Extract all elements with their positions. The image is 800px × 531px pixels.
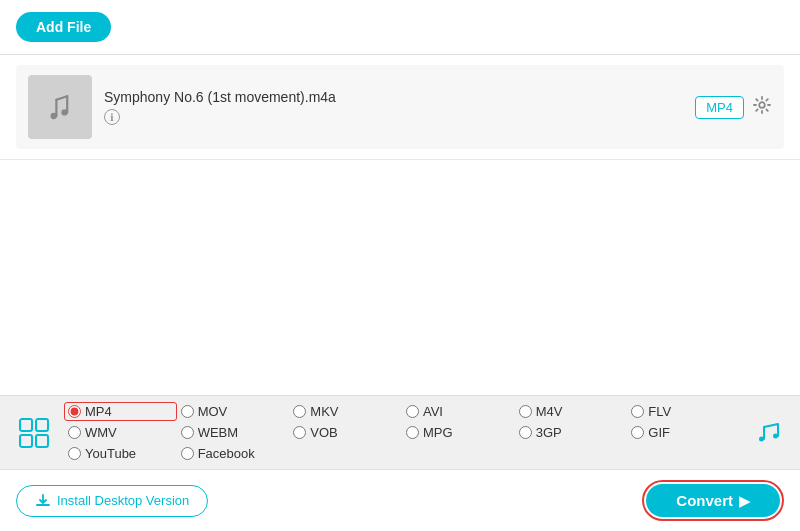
format-radio-wmv[interactable] — [68, 426, 81, 439]
install-desktop-button[interactable]: Install Desktop Version — [16, 485, 208, 517]
format-label-flv: FLV — [648, 404, 671, 419]
file-info: Symphony No.6 (1st movement).m4a ℹ — [104, 89, 683, 125]
format-grid-icon — [8, 409, 60, 457]
top-bar: Add File — [0, 0, 800, 55]
svg-rect-3 — [20, 419, 32, 431]
format-option-3gp[interactable]: 3GP — [515, 423, 628, 442]
format-option-mkv[interactable]: MKV — [289, 402, 402, 421]
format-badge[interactable]: MP4 — [695, 96, 744, 119]
format-radio-facebook[interactable] — [181, 447, 194, 460]
grid-icon — [18, 417, 50, 449]
format-label-wmv: WMV — [85, 425, 117, 440]
file-list: Symphony No.6 (1st movement).m4a ℹ MP4 — [0, 55, 800, 160]
format-radio-webm[interactable] — [181, 426, 194, 439]
format-label-mov: MOV — [198, 404, 228, 419]
format-label-gif: GIF — [648, 425, 670, 440]
format-option-avi[interactable]: AVI — [402, 402, 515, 421]
format-bar: MP4 MOV MKV AVI M4V FLV — [0, 395, 800, 469]
svg-rect-4 — [36, 419, 48, 431]
svg-point-7 — [759, 436, 764, 441]
file-item: Symphony No.6 (1st movement).m4a ℹ MP4 — [16, 65, 784, 149]
svg-point-8 — [773, 433, 778, 438]
file-name: Symphony No.6 (1st movement).m4a — [104, 89, 683, 105]
install-label: Install Desktop Version — [57, 493, 189, 508]
format-option-youtube[interactable]: YouTube — [64, 444, 177, 463]
format-label-webm: WEBM — [198, 425, 238, 440]
format-option-m4v[interactable]: M4V — [515, 402, 628, 421]
format-label-3gp: 3GP — [536, 425, 562, 440]
format-radio-youtube[interactable] — [68, 447, 81, 460]
format-radio-mp4[interactable] — [68, 405, 81, 418]
convert-button[interactable]: Convert ▶ — [646, 484, 780, 517]
format-radio-vob[interactable] — [293, 426, 306, 439]
gear-icon — [752, 95, 772, 115]
format-label-mp4: MP4 — [85, 404, 112, 419]
file-actions: MP4 — [695, 95, 772, 120]
format-option-gif[interactable]: GIF — [627, 423, 740, 442]
format-radio-gif[interactable] — [631, 426, 644, 439]
format-radio-mpg[interactable] — [406, 426, 419, 439]
add-file-button[interactable]: Add File — [16, 12, 111, 42]
format-radio-mkv[interactable] — [293, 405, 306, 418]
convert-arrow-icon: ▶ — [739, 493, 750, 509]
format-label-m4v: M4V — [536, 404, 563, 419]
format-option-webm[interactable]: WEBM — [177, 423, 290, 442]
format-option-facebook[interactable]: Facebook — [177, 444, 290, 463]
format-radio-avi[interactable] — [406, 405, 419, 418]
format-label-mkv: MKV — [310, 404, 338, 419]
convert-label: Convert — [676, 492, 733, 509]
file-thumbnail — [28, 75, 92, 139]
format-option-mp4[interactable]: MP4 — [64, 402, 177, 421]
format-option-flv[interactable]: FLV — [627, 402, 740, 421]
footer-bar: Install Desktop Version Convert ▶ — [0, 469, 800, 531]
format-label-youtube: YouTube — [85, 446, 136, 461]
svg-rect-6 — [36, 435, 48, 447]
main-content: Symphony No.6 (1st movement).m4a ℹ MP4 — [0, 55, 800, 469]
svg-rect-5 — [20, 435, 32, 447]
format-radio-mov[interactable] — [181, 405, 194, 418]
format-label-facebook: Facebook — [198, 446, 255, 461]
music-note-icon — [42, 89, 78, 125]
format-radio-3gp[interactable] — [519, 426, 532, 439]
format-option-mov[interactable]: MOV — [177, 402, 290, 421]
download-icon — [35, 493, 51, 509]
svg-point-2 — [759, 102, 765, 108]
empty-area — [0, 160, 800, 395]
format-label-avi: AVI — [423, 404, 443, 419]
format-option-vob[interactable]: VOB — [289, 423, 402, 442]
info-icon[interactable]: ℹ — [104, 109, 120, 125]
format-label-vob: VOB — [310, 425, 337, 440]
svg-point-0 — [51, 113, 57, 119]
format-option-mpg[interactable]: MPG — [402, 423, 515, 442]
format-option-wmv[interactable]: WMV — [64, 423, 177, 442]
music-icon — [754, 419, 782, 447]
format-radio-m4v[interactable] — [519, 405, 532, 418]
music-note-icon — [744, 411, 792, 455]
format-label-mpg: MPG — [423, 425, 453, 440]
svg-point-1 — [61, 109, 67, 115]
format-radio-flv[interactable] — [631, 405, 644, 418]
format-options: MP4 MOV MKV AVI M4V FLV — [60, 396, 744, 469]
convert-button-wrap: Convert ▶ — [642, 480, 784, 521]
settings-button[interactable] — [752, 95, 772, 120]
